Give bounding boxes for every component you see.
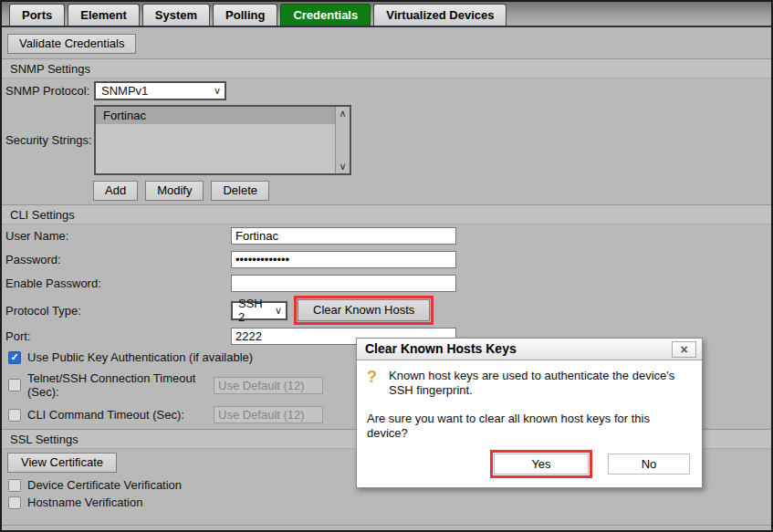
snmp-protocol-value: SNMPv1	[101, 84, 148, 98]
protocol-type-value: SSH 2	[238, 297, 269, 324]
tab-element[interactable]: Element	[68, 4, 140, 26]
dialog-body: ? Known host keys are used to authentica…	[357, 360, 702, 487]
chevron-down-icon: ∨	[214, 85, 221, 97]
security-strings-listbox[interactable]: Fortinac ∧ ∨	[94, 105, 351, 175]
enable-password-input[interactable]	[231, 275, 456, 292]
enable-password-label: Enable Password:	[5, 276, 231, 290]
cli-command-timeout-checkbox[interactable]	[8, 409, 21, 422]
tab-polling[interactable]: Polling	[213, 4, 277, 26]
validate-credentials-button[interactable]: Validate Credentials	[7, 34, 136, 54]
device-credentials-window: Ports Element System Polling Credentials…	[0, 0, 773, 532]
add-button[interactable]: Add	[93, 181, 138, 201]
protocol-type-select[interactable]: SSH 2 ∨	[231, 301, 287, 320]
clear-known-hosts-annotation: Clear Known Hosts	[294, 296, 434, 325]
tab-credentials[interactable]: Credentials	[280, 4, 371, 26]
security-strings-label: Security Strings:	[5, 133, 94, 147]
list-item[interactable]: Fortinac	[96, 107, 335, 124]
chevron-down-icon: ∨	[275, 305, 282, 317]
footer-divider	[2, 525, 771, 526]
no-button[interactable]: No	[608, 454, 690, 475]
snmp-protocol-label: SNMP Protocol:	[5, 84, 94, 98]
yes-button-annotation: Yes	[490, 450, 592, 478]
dialog-title-bar[interactable]: Clear Known Hosts Keys ×	[357, 339, 702, 360]
hostname-verification-checkbox[interactable]	[8, 496, 21, 509]
protocol-type-label: Protocol Type:	[5, 304, 231, 318]
cli-command-timeout-input[interactable]	[214, 406, 323, 423]
tab-system[interactable]: System	[142, 4, 210, 26]
password-input[interactable]	[231, 251, 456, 268]
view-certificate-button[interactable]: View Certificate	[7, 453, 117, 473]
device-cert-verification-checkbox[interactable]	[8, 479, 21, 492]
public-key-auth-checkbox[interactable]: ✓	[8, 351, 21, 364]
user-name-label: User Name:	[5, 229, 231, 243]
checkmark-icon: ✓	[10, 352, 18, 362]
dialog-message: Known host keys are used to authenticate…	[389, 369, 690, 398]
clear-known-hosts-dialog: Clear Known Hosts Keys × ? Known host ke…	[356, 338, 703, 488]
close-icon: ×	[680, 343, 687, 356]
password-label: Password:	[5, 253, 231, 266]
question-mark-icon: ?	[367, 369, 389, 398]
telnet-timeout-label: Telnet/SSH Connection Timeout (Sec):	[27, 371, 214, 399]
modify-button[interactable]: Modify	[145, 181, 204, 201]
device-cert-verification-label: Device Certificate Verification	[27, 478, 182, 492]
yes-button[interactable]: Yes	[494, 454, 589, 475]
public-key-auth-label: Use Public Key Authentication (if availa…	[27, 350, 253, 364]
scroll-up-icon[interactable]: ∧	[339, 108, 346, 120]
telnet-timeout-input[interactable]	[214, 377, 323, 394]
tab-bar: Ports Element System Polling Credentials…	[2, 2, 771, 27]
snmp-protocol-select[interactable]: SNMPv1 ∨	[94, 81, 226, 100]
listbox-scrollbar[interactable]: ∧ ∨	[335, 107, 350, 173]
dialog-close-button[interactable]: ×	[672, 341, 696, 358]
scroll-down-icon[interactable]: ∨	[339, 161, 346, 172]
port-label: Port:	[5, 329, 231, 343]
user-name-input[interactable]	[231, 227, 456, 245]
dialog-question: Are sure you want to clear all known hos…	[367, 412, 692, 441]
dialog-title: Clear Known Hosts Keys	[365, 341, 517, 356]
telnet-timeout-checkbox[interactable]	[8, 379, 21, 391]
tab-ports[interactable]: Ports	[9, 4, 65, 26]
hostname-verification-label: Hostname Verification	[27, 495, 142, 509]
cli-command-timeout-label: CLI Command Timeout (Sec):	[27, 408, 214, 422]
snmp-settings-header: SNMP Settings	[2, 58, 771, 78]
toolbar: Validate Credentials	[2, 27, 771, 58]
cli-settings-header: CLI Settings	[2, 204, 771, 224]
delete-button[interactable]: Delete	[211, 181, 269, 201]
tab-virtualized-devices[interactable]: Virtualized Devices	[373, 4, 507, 26]
clear-known-hosts-button[interactable]: Clear Known Hosts	[298, 299, 430, 321]
